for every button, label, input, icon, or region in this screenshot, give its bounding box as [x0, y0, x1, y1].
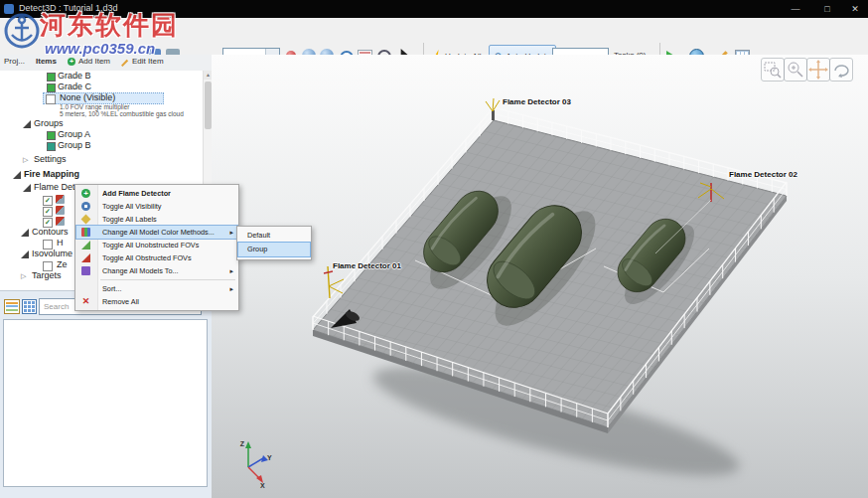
- submenu-arrow-icon: ▸: [229, 226, 233, 239]
- axis-z-label: Z: [240, 440, 245, 447]
- menu-item-remove-all[interactable]: ✕ Remove All: [76, 295, 237, 308]
- add-icon: +: [81, 189, 90, 198]
- submenu-item-group[interactable]: Group: [238, 243, 310, 256]
- visibility-icon: [81, 202, 90, 211]
- menu-item-toggle-all-labels[interactable]: Toggle All Labels: [76, 213, 237, 226]
- edit-item-icon: [121, 59, 129, 67]
- menu-item-change-all-model-color-methods[interactable]: Change All Model Color Methods... ▸: [76, 226, 237, 239]
- tab-items[interactable]: Items: [36, 57, 57, 66]
- main-toolbar: Camera: ▾ ▾ Update All ⟳ Auto-Update Tas…: [0, 18, 868, 56]
- submenu-arrow-icon: ▸: [229, 282, 233, 295]
- checkbox[interactable]: ✓: [43, 207, 53, 217]
- window-title: Detect3D : Tutorial 1.d3d: [19, 3, 118, 13]
- close-button[interactable]: ✕: [842, 0, 868, 18]
- menu-item-change-all-models-to[interactable]: Change All Models To... ▸: [76, 264, 237, 277]
- tree-note-fov: 1.0 FOV range multiplier: [0, 103, 203, 110]
- color-swatch: [47, 83, 56, 92]
- color-swatch: [47, 142, 56, 151]
- submenu-arrow-icon: ▸: [229, 264, 233, 277]
- tree-item-group-b[interactable]: Group B: [0, 140, 203, 151]
- checkbox[interactable]: ✓: [43, 218, 53, 228]
- tree-note-gas-cloud: 5 meters, 100 %LEL combustible gas cloud: [0, 110, 203, 117]
- add-item-button[interactable]: Add Item: [78, 57, 110, 66]
- menu-item-sort[interactable]: Sort... ▸: [76, 282, 237, 295]
- maximize-button[interactable]: □: [814, 0, 840, 18]
- detector-icon: [56, 206, 65, 215]
- expanded-arrow-icon[interactable]: [23, 184, 31, 192]
- menu-separator: [100, 279, 235, 280]
- menu-item-toggle-all-obstructed-fovs[interactable]: Toggle All Obstructed FOVs: [76, 251, 237, 264]
- color-swatch: [47, 73, 56, 82]
- submenu-item-default[interactable]: Default: [238, 229, 310, 243]
- tree-item-none-visible[interactable]: None (Visible): [0, 92, 203, 103]
- color-swatch: [47, 131, 56, 140]
- search-panel: Search ✕: [0, 290, 212, 498]
- expanded-arrow-icon[interactable]: [13, 171, 21, 179]
- checkbox[interactable]: [46, 94, 56, 104]
- orbit-button[interactable]: [829, 58, 853, 82]
- collapsed-arrow-icon[interactable]: ▷: [23, 154, 28, 165]
- pan-button[interactable]: [806, 58, 830, 82]
- grid-mode-icon[interactable]: [22, 299, 37, 314]
- scene-3d: Z Y X: [212, 55, 868, 498]
- zoom-window-button[interactable]: [761, 58, 785, 82]
- zoom-button[interactable]: [784, 58, 807, 82]
- search-placeholder: Search: [44, 299, 69, 314]
- axis-y-label: Y: [267, 454, 272, 461]
- color-palette-icon: [81, 228, 90, 237]
- checkbox[interactable]: [43, 261, 53, 271]
- context-menu: + Add Flame Detector Toggle All Visibili…: [74, 184, 239, 311]
- tree-item-groups[interactable]: Groups: [0, 118, 203, 129]
- detector-icon: [56, 217, 65, 226]
- fov-red-icon: [81, 253, 90, 262]
- tab-project[interactable]: Proj...: [4, 57, 25, 66]
- menu-item-toggle-all-unobstructed-fovs[interactable]: Toggle All Unobstructed FOVs: [76, 239, 237, 251]
- viewport-3d[interactable]: Z Y X Flame Detector 03 Flame Detector 0…: [212, 55, 868, 498]
- edit-item-button[interactable]: Edit Item: [132, 57, 164, 66]
- collapsed-arrow-icon[interactable]: ▷: [21, 270, 26, 281]
- remove-icon: ✕: [81, 297, 90, 306]
- fov-green-icon: [81, 241, 90, 249]
- tree-item-grade-b[interactable]: Grade B: [0, 71, 203, 82]
- color-methods-submenu: Default Group: [236, 226, 312, 260]
- app-icon: [4, 4, 14, 14]
- axis-x-label: X: [260, 482, 265, 489]
- menu-item-add-flame-detector[interactable]: + Add Flame Detector: [76, 187, 237, 200]
- search-results-area[interactable]: [3, 319, 208, 487]
- checkbox[interactable]: ✓: [43, 196, 53, 206]
- sidebar-tabstrip: Proj... Items + Add Item Edit Item: [0, 55, 212, 72]
- expanded-arrow-icon[interactable]: [23, 120, 31, 128]
- label-tag-icon: [81, 215, 91, 225]
- checkbox[interactable]: [43, 240, 53, 249]
- tree-item-settings[interactable]: ▷ Settings: [0, 154, 203, 165]
- flame-detector-01-label: Flame Detector 01: [333, 261, 401, 270]
- scrollbar-thumb[interactable]: [205, 82, 212, 129]
- list-mode-icon[interactable]: [4, 299, 20, 314]
- expanded-arrow-icon[interactable]: [21, 250, 29, 258]
- tree-item-fire-mapping[interactable]: Fire Mapping: [0, 169, 203, 180]
- flame-detector-03-label: Flame Detector 03: [503, 97, 571, 106]
- tree-item-group-a[interactable]: Group A: [0, 129, 203, 140]
- detector-icon: [56, 195, 65, 204]
- expanded-arrow-icon[interactable]: [21, 229, 29, 237]
- title-bar: Detect3D : Tutorial 1.d3d — □ ✕: [0, 0, 868, 18]
- minimize-button[interactable]: —: [783, 0, 808, 18]
- add-item-icon: +: [68, 58, 75, 66]
- flame-detector-02-label: Flame Detector 02: [729, 170, 797, 179]
- menu-item-toggle-all-visibility[interactable]: Toggle All Visibility: [76, 200, 237, 213]
- model-cube-icon: [81, 266, 90, 275]
- tree-item-grade-c[interactable]: Grade C: [0, 82, 203, 92]
